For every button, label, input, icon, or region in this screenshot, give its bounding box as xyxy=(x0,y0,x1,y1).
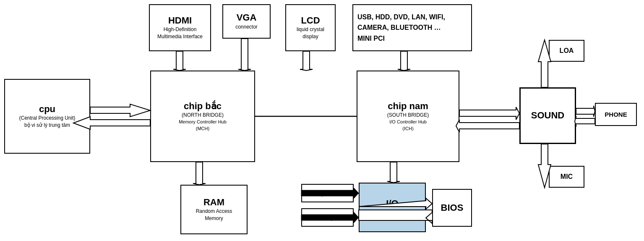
lcd-sub1: liquid crystaldisplay xyxy=(297,26,324,40)
usb-chipnam-arrows xyxy=(398,51,410,71)
cpu-box: cpu (Central Processing Unit) bộ vi sử l… xyxy=(4,79,90,154)
chip-nam-title: chip nam xyxy=(388,101,428,112)
vga-chipbac-arrows xyxy=(238,39,251,71)
bios-title: BIOS xyxy=(441,202,464,213)
mic-label: MIC xyxy=(561,173,573,181)
phone-box: PHONE xyxy=(595,103,637,126)
touchpad-label: Touchpad xyxy=(314,214,342,221)
chip-nam-box: chip nam (SOUTH BRIDGE) I/O Controller H… xyxy=(357,71,459,162)
svg-marker-3 xyxy=(238,39,251,71)
chip-nam-sub3: (ICH) xyxy=(402,126,413,132)
io-box: I/O (Input/output) xyxy=(359,183,426,232)
keyboard-box: Keyboard xyxy=(301,184,354,202)
sound-box: SOUND xyxy=(519,87,576,144)
hdmi-box: HDMI High-DefinitionMultimedia Interface xyxy=(149,4,211,51)
chipbac-ram-arrows xyxy=(193,162,206,185)
hdmi-chipbac-arrows xyxy=(173,51,186,71)
vga-box: VGA connector xyxy=(222,4,271,39)
io-title: I/O xyxy=(386,198,398,209)
svg-marker-9 xyxy=(459,107,519,120)
svg-marker-14 xyxy=(575,116,595,127)
chipnam-io-arrows xyxy=(387,162,400,183)
usb-box: USB, HDD, DVD, LAN, WIFI,CAMERA, BLUETOO… xyxy=(352,4,472,51)
vga-title: VGA xyxy=(237,12,257,23)
touchpad-box: Touchpad xyxy=(301,208,354,227)
hdmi-sub1: High-DefinitionMultimedia Interface xyxy=(157,26,203,40)
io-sub1: (Input/output) xyxy=(377,210,407,217)
svg-marker-7 xyxy=(387,162,400,183)
chip-bac-title: chip bắc xyxy=(184,101,222,112)
svg-marker-6 xyxy=(193,162,206,185)
svg-marker-5 xyxy=(398,51,410,71)
chip-bac-sub2: Memory Controller Hub xyxy=(179,119,227,125)
chip-bac-box: chip bắc (NORTH BRIDGE) Memory Controlle… xyxy=(150,71,255,162)
sound-title: SOUND xyxy=(531,110,564,121)
hdmi-title: HDMI xyxy=(168,15,192,26)
ram-box: RAM Random AccessMemory xyxy=(180,185,248,234)
loa-label: LOA xyxy=(560,47,574,55)
svg-marker-0 xyxy=(90,104,150,117)
usb-text: USB, HDD, DVD, LAN, WIFI,CAMERA, BLUETOO… xyxy=(357,12,445,44)
lcd-chipbac-arrows xyxy=(300,51,313,71)
ram-title: RAM xyxy=(203,197,224,208)
diagram: cpu (Central Processing Unit) bộ vi sử l… xyxy=(0,0,644,241)
cpu-sub1: (Central Processing Unit) xyxy=(19,115,75,122)
cpu-to-chipbac-arrow xyxy=(90,104,150,117)
cpu-title: cpu xyxy=(39,104,55,115)
chip-nam-sub2: I/O Controller Hub xyxy=(389,119,427,125)
sound-phone-arrows xyxy=(575,106,595,127)
svg-marker-4 xyxy=(300,51,313,71)
svg-marker-13 xyxy=(576,106,595,117)
chip-bac-sub1: (NORTH BRIDGE) xyxy=(182,112,224,119)
svg-marker-10 xyxy=(456,120,519,132)
lcd-title: LCD xyxy=(301,15,320,26)
cpu-sub2: bộ vi sử lý trung tâm xyxy=(24,122,70,129)
lcd-box: LCD liquid crystaldisplay xyxy=(285,4,336,51)
svg-marker-2 xyxy=(173,51,186,71)
chip-bac-sub3: (MCH) xyxy=(196,126,209,132)
phone-label: PHONE xyxy=(605,111,627,118)
chipnam-sound-arrows xyxy=(456,107,519,132)
mic-box: MIC xyxy=(549,166,584,188)
ram-sub1: Random AccessMemory xyxy=(196,208,232,222)
keyboard-label: Keyboard xyxy=(314,190,341,196)
loa-box: LOA xyxy=(549,40,584,62)
chip-nam-sub1: (SOUTH BRIDGE) xyxy=(387,112,429,119)
vga-sub1: connector xyxy=(235,24,258,31)
bios-box: BIOS xyxy=(432,189,472,227)
